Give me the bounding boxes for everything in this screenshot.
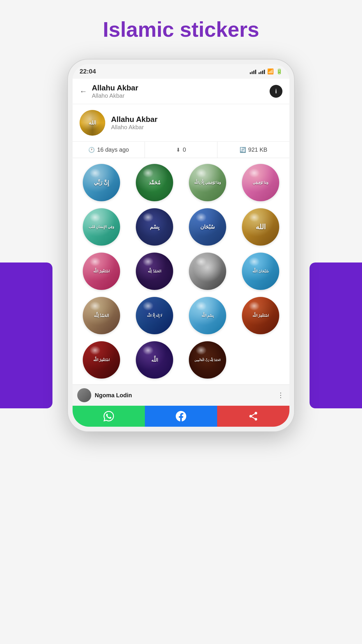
share-button[interactable] <box>217 406 289 427</box>
pack-sub: Allaho Akbar <box>111 124 157 131</box>
sticker-cell-10[interactable]: الحَمْدُ لِلَّه <box>128 249 181 293</box>
sticker-cell-8[interactable]: الله <box>234 205 287 249</box>
sticker-9[interactable]: اسْتَغْفِرُ اللَّه <box>83 253 120 290</box>
battery-icon: 🔋 <box>276 68 282 75</box>
header-left: ← Allahu Akbar Allaho Akbar <box>80 83 138 99</box>
sticker-cell-18[interactable]: اللَّه <box>128 338 181 382</box>
sticker-cell-12[interactable]: سُبْحَانَ اللَّه <box>234 249 287 293</box>
sticker-cell-16[interactable]: اسْتَغْفِرُ اللَّه <box>234 293 287 338</box>
sticker-10[interactable]: الحَمْدُ لِلَّه <box>136 253 173 290</box>
action-buttons <box>73 406 289 427</box>
back-button[interactable]: ← <box>80 87 87 96</box>
header-main-title: Allahu Akbar <box>92 83 138 92</box>
sticker-19[interactable]: الحَمْدُ لِلَّه رَبِّ الْعَالَمِين <box>189 341 226 379</box>
sticker-cell-17[interactable]: اسْتَغْفِرُ اللَّه <box>75 338 128 382</box>
signal-icon <box>250 69 256 74</box>
sticker-14[interactable]: لَا إِلَهَ إِلَّا اللَّه <box>136 297 173 334</box>
sticker-cell-13[interactable]: الحَمْدُ لِلَّه <box>75 293 128 338</box>
bg-shape-right <box>310 262 362 408</box>
bottom-bar: Ngoma Lodin ⋮ <box>73 384 289 406</box>
sticker-5[interactable]: وَفِي الإِنسَانِ قَلب <box>83 208 120 246</box>
stat-size-value: 921 KB <box>248 146 268 153</box>
sticker-18[interactable]: اللَّه <box>136 341 173 379</box>
bottom-avatar <box>77 388 91 402</box>
sticker-cell-14[interactable]: لَا إِلَهَ إِلَّا اللَّه <box>128 293 181 338</box>
stat-downloads: ⬇ 0 <box>145 142 217 158</box>
sticker-1[interactable]: إِنَّ رَبِّي <box>83 164 120 201</box>
sticker-cell-2[interactable]: مُحَمَّد <box>128 160 181 205</box>
pack-info-row: الله Allahu Akbar Allaho Akbar <box>73 104 289 142</box>
app-header: ← Allahu Akbar Allaho Akbar i <box>73 79 289 104</box>
sticker-4[interactable]: وَمَا تَوْفِيقِي <box>242 164 279 201</box>
sticker-cell-4[interactable]: وَمَا تَوْفِيقِي <box>234 160 287 205</box>
phone-mockup: 22:04 📶 🔋 <box>67 59 295 432</box>
clock-icon: 🕐 <box>88 147 95 153</box>
whatsapp-button[interactable] <box>73 406 145 427</box>
sticker-6[interactable]: بِسْم <box>136 208 173 246</box>
phone-inner: 22:04 📶 🔋 <box>73 64 289 427</box>
header-titles: Allahu Akbar Allaho Akbar <box>92 83 138 99</box>
sticker-7[interactable]: سُبْحَان <box>189 208 226 246</box>
stat-date: 🕐 16 days ago <box>73 142 145 158</box>
sticker-cell-empty <box>234 338 287 382</box>
sticker-cell-5[interactable]: وَفِي الإِنسَانِ قَلب <box>75 205 128 249</box>
stat-size: 🔄 921 KB <box>217 142 289 158</box>
size-icon: 🔄 <box>240 147 246 153</box>
sticker-cell-9[interactable]: اسْتَغْفِرُ اللَّه <box>75 249 128 293</box>
sticker-cell-6[interactable]: بِسْم <box>128 205 181 249</box>
status-icons: 📶 🔋 <box>250 68 282 75</box>
stat-date-value: 16 days ago <box>97 146 129 153</box>
pack-name: Allahu Akbar <box>111 115 157 124</box>
sticker-15[interactable]: بِسْمِ اللَّه <box>189 297 226 334</box>
stat-download-value: 0 <box>183 146 186 153</box>
wifi-icon: 📶 <box>267 68 274 75</box>
sticker-cell-7[interactable]: سُبْحَان <box>181 205 234 249</box>
header-sub-title: Allaho Akbar <box>92 92 138 99</box>
sticker-cell-15[interactable]: بِسْمِ اللَّه <box>181 293 234 338</box>
avatar-arabic-text: الله <box>89 120 96 126</box>
info-button[interactable]: i <box>270 85 282 98</box>
sticker-cell-19[interactable]: الحَمْدُ لِلَّه رَبِّ الْعَالَمِين <box>181 338 234 382</box>
pack-avatar: الله <box>80 110 105 136</box>
sticker-13[interactable]: الحَمْدُ لِلَّه <box>83 297 120 334</box>
facebook-button[interactable] <box>145 406 217 427</box>
phone-outer: 22:04 📶 🔋 <box>67 59 295 432</box>
sticker-cell-11[interactable] <box>181 249 234 293</box>
download-icon: ⬇ <box>176 147 180 153</box>
bg-shape-left <box>0 262 52 408</box>
status-time: 22:04 <box>80 68 96 75</box>
sticker-16[interactable]: اسْتَغْفِرُ اللَّه <box>242 297 279 334</box>
sticker-12[interactable]: سُبْحَانَ اللَّه <box>242 253 279 290</box>
page-title: Islamic stickers <box>103 18 259 41</box>
more-options-button[interactable]: ⋮ <box>277 391 285 399</box>
sticker-grid: إِنَّ رَبِّي مُحَمَّد وَمَا تَوْفِيقِي إ… <box>73 158 289 384</box>
sticker-17[interactable]: اسْتَغْفِرُ اللَّه <box>83 341 120 379</box>
sticker-3[interactable]: وَمَا تَوْفِيقِي إِلَّا بِاللَّه <box>189 164 226 201</box>
stats-bar: 🕐 16 days ago ⬇ 0 🔄 921 KB <box>73 142 289 158</box>
sticker-8[interactable]: الله <box>242 208 279 246</box>
signal2-icon <box>259 69 265 74</box>
bottom-username: Ngoma Lodin <box>95 392 274 399</box>
pack-text: Allahu Akbar Allaho Akbar <box>111 115 157 131</box>
pack-avatar-inner: الله <box>80 110 105 136</box>
status-bar: 22:04 📶 🔋 <box>73 64 289 79</box>
sticker-cell-3[interactable]: وَمَا تَوْفِيقِي إِلَّا بِاللَّه <box>181 160 234 205</box>
sticker-11[interactable] <box>189 253 226 290</box>
sticker-2[interactable]: مُحَمَّد <box>136 164 173 201</box>
sticker-cell-1[interactable]: إِنَّ رَبِّي <box>75 160 128 205</box>
